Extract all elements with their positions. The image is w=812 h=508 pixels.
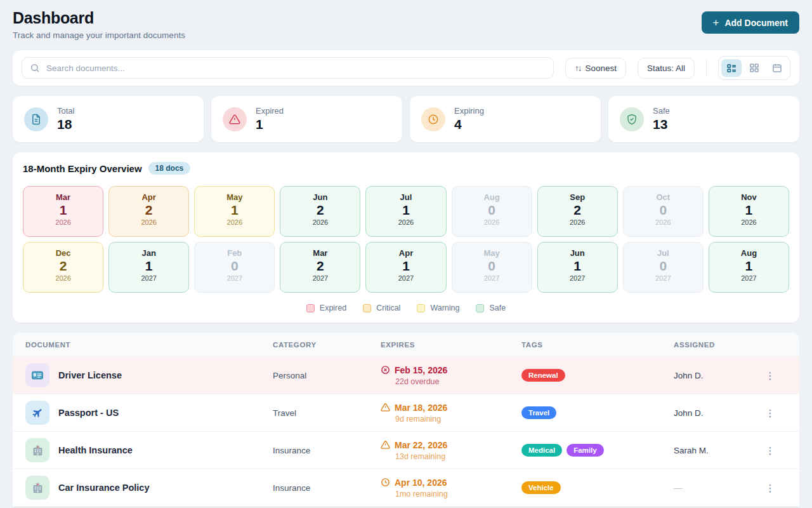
overview-title: 18-Month Expiry Overview xyxy=(23,163,142,174)
month-cell[interactable]: Mar22027 xyxy=(280,242,360,293)
legend-item-expired: Expired xyxy=(306,304,346,312)
stat-label: Safe xyxy=(653,106,670,116)
expiry-note: 22d overdue xyxy=(395,377,521,386)
warning-triangle-icon xyxy=(381,440,390,450)
document-icon xyxy=(24,107,48,131)
month-cell[interactable]: May02027 xyxy=(452,242,532,293)
sort-button[interactable]: ↑↓ Soonest xyxy=(565,58,626,79)
month-cell[interactable]: Oct02026 xyxy=(623,186,704,237)
month-cell[interactable]: Feb02027 xyxy=(194,242,275,293)
document-category: Insurance xyxy=(273,446,381,455)
col-category: Category xyxy=(273,341,381,349)
col-tags: Tags xyxy=(521,341,674,349)
sort-label: Soonest xyxy=(585,64,617,73)
col-assigned: Assigned xyxy=(674,341,761,349)
assigned-person: — xyxy=(674,483,761,493)
legend-item-critical: Critical xyxy=(363,304,400,312)
airplane-icon xyxy=(25,401,49,425)
stat-card-expiring: Expiring 4 xyxy=(410,96,601,142)
stat-label: Total xyxy=(57,106,74,116)
month-cell[interactable]: Apr12027 xyxy=(365,242,446,293)
document-category: Travel xyxy=(273,408,381,418)
assigned-person: John D. xyxy=(674,371,761,380)
month-cell[interactable]: Aug02026 xyxy=(452,186,532,237)
expiry-date: Feb 15, 2026 xyxy=(395,365,447,375)
month-cell[interactable]: May12026 xyxy=(194,186,275,237)
stat-value: 1 xyxy=(256,117,284,132)
month-cell[interactable]: Jul12026 xyxy=(365,186,446,237)
month-cell[interactable]: Jul02027 xyxy=(623,242,704,293)
table-row[interactable]: Passport - US Travel Mar 18, 2026 9d rem… xyxy=(13,394,799,432)
shield-check-icon xyxy=(620,107,644,131)
table-header: Document Category Expires Tags Assigned xyxy=(13,333,799,357)
expiry-note: 1mo remaining xyxy=(395,490,521,498)
table-row[interactable]: Health Insurance Insurance Mar 22, 2026 … xyxy=(13,432,799,469)
tag-pill: Travel xyxy=(521,406,556,419)
month-cell[interactable]: Nov12026 xyxy=(709,186,789,237)
documents-table: Document Category Expires Tags Assigned … xyxy=(13,333,799,507)
month-cell[interactable]: Jun12027 xyxy=(537,242,618,293)
month-cell[interactable]: Dec22026 xyxy=(23,242,103,293)
docs-count-badge: 18 docs xyxy=(148,162,191,175)
list-view-button[interactable] xyxy=(721,59,742,77)
stat-card-safe: Safe 13 xyxy=(608,96,799,142)
search-box[interactable] xyxy=(22,57,554,79)
tag-pill: Medical xyxy=(521,444,562,457)
grid-view-button[interactable] xyxy=(744,59,764,77)
search-input[interactable] xyxy=(46,64,546,73)
warning-triangle-icon xyxy=(381,403,390,412)
assigned-person: John D. xyxy=(674,408,761,418)
hospital-icon xyxy=(25,476,49,500)
month-cell[interactable]: Jan12027 xyxy=(108,242,189,293)
table-row[interactable]: Car Insurance Policy Insurance Apr 10, 2… xyxy=(13,469,799,507)
tag-pill: Vehicle xyxy=(521,481,561,494)
document-name: Car Insurance Policy xyxy=(58,483,149,493)
id-card-icon xyxy=(25,363,49,387)
add-document-button[interactable]: + Add Document xyxy=(702,11,800,34)
stat-label: Expired xyxy=(256,106,284,116)
month-cell[interactable]: Sep22026 xyxy=(537,186,618,237)
row-menu-button[interactable]: ⋮ xyxy=(761,404,779,422)
document-name: Passport - US xyxy=(58,408,119,418)
document-category: Personal xyxy=(273,371,381,380)
tag-pill: Renewal xyxy=(521,369,565,382)
stat-cards: Total 18 Expired 1 Expiring 4 xyxy=(13,96,799,142)
calendar-view-button[interactable] xyxy=(767,59,787,77)
toolbar-divider xyxy=(706,60,707,76)
page-title-block: Dashboard Track and manage your importan… xyxy=(13,9,185,40)
warning-swatch xyxy=(417,304,425,312)
dashboard-page: Dashboard Track and manage your importan… xyxy=(0,0,812,507)
month-grid: Mar12026 Apr22026 May12026 Jun22026 Jul1… xyxy=(23,186,789,293)
page-header: Dashboard Track and manage your importan… xyxy=(13,9,799,40)
status-filter-button[interactable]: Status: All xyxy=(638,58,695,79)
document-category: Insurance xyxy=(273,483,381,493)
expiry-overview-card: 18-Month Expiry Overview 18 docs Mar1202… xyxy=(13,152,799,323)
stat-value: 4 xyxy=(454,117,484,132)
legend-item-warning: Warning xyxy=(417,304,459,312)
stat-card-expired: Expired 1 xyxy=(211,96,402,142)
clock-icon xyxy=(381,478,390,487)
expiry-note: 9d remaining xyxy=(395,415,521,424)
col-expires: Expires xyxy=(381,341,521,349)
month-cell[interactable]: Mar12026 xyxy=(23,186,103,237)
row-menu-button[interactable]: ⋮ xyxy=(761,441,779,459)
month-cell[interactable]: Jun22026 xyxy=(280,186,360,237)
overview-header: 18-Month Expiry Overview 18 docs xyxy=(23,162,789,175)
page-subtitle: Track and manage your important document… xyxy=(13,30,185,40)
month-cell[interactable]: Apr22026 xyxy=(108,186,189,237)
col-document: Document xyxy=(25,341,273,349)
expiry-date: Apr 10, 2026 xyxy=(395,478,447,488)
month-cell[interactable]: Aug12027 xyxy=(709,242,789,293)
row-menu-button[interactable]: ⋮ xyxy=(761,366,779,384)
add-document-label: Add Document xyxy=(724,18,788,28)
row-menu-button[interactable]: ⋮ xyxy=(761,479,779,497)
expiry-date: Mar 22, 2026 xyxy=(395,440,447,450)
status-filter-label: Status: All xyxy=(647,64,685,73)
clock-icon xyxy=(421,107,445,131)
view-switcher xyxy=(718,56,790,80)
document-name: Driver License xyxy=(58,370,122,380)
stat-value: 13 xyxy=(653,117,670,132)
sort-arrows-icon: ↑↓ xyxy=(575,64,581,73)
circle-x-icon xyxy=(381,365,390,375)
table-row[interactable]: Driver License Personal Feb 15, 2026 22d… xyxy=(13,357,799,394)
